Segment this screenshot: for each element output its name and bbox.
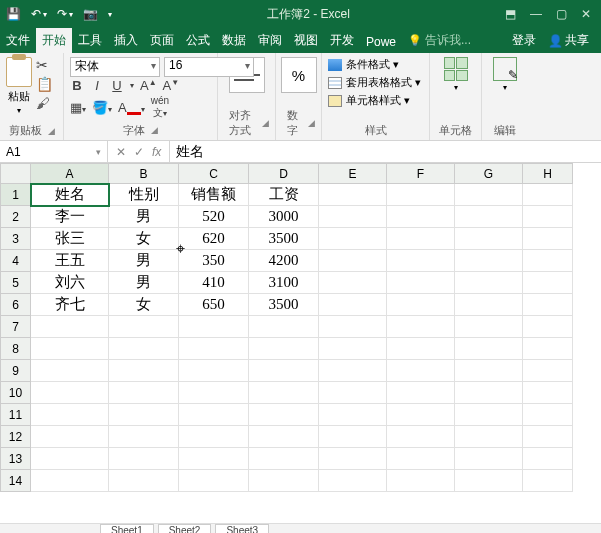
cell[interactable] (109, 360, 179, 382)
row-header[interactable]: 10 (1, 382, 31, 404)
cell[interactable] (31, 338, 109, 360)
phonetic-button[interactable]: wén文▾ (151, 95, 169, 120)
cell[interactable]: 性别 (109, 184, 179, 206)
select-all-corner[interactable] (1, 164, 31, 184)
cell[interactable]: 王五 (31, 250, 109, 272)
cell[interactable] (179, 426, 249, 448)
paste-button[interactable]: 粘贴 ▾ (6, 57, 32, 115)
column-header[interactable]: B (109, 164, 179, 184)
cell[interactable] (455, 338, 523, 360)
tab-formulas[interactable]: 公式 (180, 28, 216, 53)
cell[interactable]: 620 (179, 228, 249, 250)
cell[interactable] (249, 426, 319, 448)
cell[interactable]: 工资 (249, 184, 319, 206)
italic-button[interactable]: I (90, 78, 104, 93)
font-name-select[interactable]: 宋体 (70, 57, 160, 77)
cell[interactable] (455, 184, 523, 206)
cell[interactable] (319, 404, 387, 426)
cell[interactable] (523, 206, 573, 228)
enter-icon[interactable]: ✓ (134, 145, 144, 159)
cell[interactable] (455, 272, 523, 294)
copy-button[interactable]: 📋 (36, 76, 53, 92)
row-header[interactable]: 1 (1, 184, 31, 206)
font-color-button[interactable]: A▾ (118, 100, 145, 115)
cell[interactable] (387, 426, 455, 448)
cell[interactable] (179, 316, 249, 338)
cell[interactable] (319, 250, 387, 272)
cell[interactable]: 姓名 (31, 184, 109, 206)
cell[interactable] (523, 382, 573, 404)
cell[interactable] (387, 448, 455, 470)
cell[interactable]: 520 (179, 206, 249, 228)
cell[interactable] (387, 294, 455, 316)
cell[interactable] (455, 250, 523, 272)
tell-me-search[interactable]: 💡告诉我... (402, 28, 477, 53)
share-button[interactable]: 👤共享 (542, 28, 595, 53)
cell[interactable]: 3500 (249, 294, 319, 316)
dialog-launcher-icon[interactable]: ◢ (308, 118, 315, 128)
cell[interactable] (387, 338, 455, 360)
column-header[interactable]: G (455, 164, 523, 184)
cell[interactable] (387, 184, 455, 206)
cell[interactable] (523, 294, 573, 316)
sign-in-button[interactable]: 登录 (506, 28, 542, 53)
cell[interactable]: 张三 (31, 228, 109, 250)
border-button[interactable]: ▦▾ (70, 100, 86, 115)
row-header[interactable]: 14 (1, 470, 31, 492)
decrease-font-button[interactable]: A▼ (163, 78, 180, 93)
cell[interactable]: 女 (109, 294, 179, 316)
tab-insert[interactable]: 插入 (108, 28, 144, 53)
cell[interactable] (31, 360, 109, 382)
column-header[interactable]: H (523, 164, 573, 184)
cell[interactable] (387, 360, 455, 382)
cell[interactable] (387, 250, 455, 272)
cell[interactable]: 女 (109, 228, 179, 250)
dialog-launcher-icon[interactable]: ◢ (48, 126, 55, 136)
dialog-launcher-icon[interactable]: ◢ (262, 118, 269, 128)
cell[interactable] (109, 470, 179, 492)
cell[interactable]: 3000 (249, 206, 319, 228)
cell[interactable] (319, 470, 387, 492)
cell[interactable] (249, 360, 319, 382)
cell[interactable] (31, 470, 109, 492)
tab-tools[interactable]: 工具 (72, 28, 108, 53)
cell[interactable] (523, 470, 573, 492)
cell[interactable] (387, 470, 455, 492)
fill-color-button[interactable]: 🪣▾ (92, 100, 112, 115)
cell[interactable] (109, 404, 179, 426)
cell[interactable] (387, 206, 455, 228)
cell[interactable]: 销售额 (179, 184, 249, 206)
column-header[interactable]: E (319, 164, 387, 184)
cells-button[interactable]: ▾ (436, 57, 475, 92)
cell[interactable] (109, 448, 179, 470)
row-header[interactable]: 13 (1, 448, 31, 470)
column-header[interactable]: C (179, 164, 249, 184)
cell[interactable] (179, 470, 249, 492)
cell[interactable] (523, 228, 573, 250)
cell[interactable] (319, 360, 387, 382)
cell[interactable] (455, 316, 523, 338)
format-painter-button[interactable]: 🖌 (36, 95, 53, 111)
cell[interactable] (179, 382, 249, 404)
cell[interactable] (109, 382, 179, 404)
spreadsheet-table[interactable]: A B C D E F G H 1 姓名 性别 销售额 工资 2 李一 男 52… (0, 163, 573, 492)
cell[interactable] (319, 228, 387, 250)
cell[interactable] (455, 448, 523, 470)
cell[interactable] (249, 382, 319, 404)
cell[interactable] (523, 272, 573, 294)
cell[interactable] (31, 382, 109, 404)
sheet-tab[interactable]: Sheet1 (100, 524, 154, 533)
cell[interactable] (179, 448, 249, 470)
cell[interactable]: 刘六 (31, 272, 109, 294)
cell[interactable] (319, 338, 387, 360)
cell[interactable] (109, 316, 179, 338)
cell[interactable] (249, 316, 319, 338)
cell[interactable] (319, 206, 387, 228)
row-header[interactable]: 5 (1, 272, 31, 294)
cell[interactable] (387, 272, 455, 294)
formula-bar[interactable]: 姓名 (170, 141, 601, 162)
cell[interactable] (455, 228, 523, 250)
close-button[interactable]: ✕ (581, 7, 591, 21)
cell[interactable]: 齐七 (31, 294, 109, 316)
cell[interactable] (179, 360, 249, 382)
